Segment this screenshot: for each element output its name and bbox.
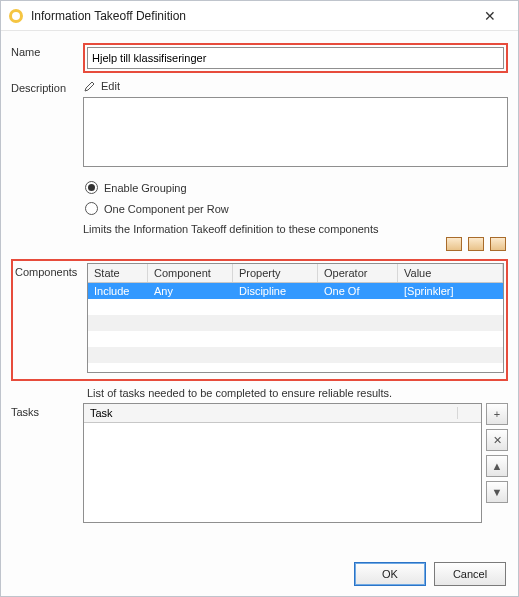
- tasks-table[interactable]: Task: [83, 403, 482, 523]
- table-row: [88, 331, 503, 347]
- components-highlight-frame: Components State Component Property Oper…: [11, 259, 508, 381]
- name-input[interactable]: [87, 47, 504, 69]
- toolbar-icon-1[interactable]: [446, 237, 462, 251]
- ok-label: OK: [382, 568, 398, 580]
- th-operator[interactable]: Operator: [318, 264, 398, 282]
- th-value[interactable]: Value: [398, 264, 503, 282]
- arrow-up-icon: ▲: [492, 460, 503, 472]
- cell-operator: One Of: [318, 283, 398, 299]
- tasks-side-buttons: + ✕ ▲ ▼: [486, 403, 508, 523]
- components-label: Components: [15, 263, 87, 373]
- move-up-button[interactable]: ▲: [486, 455, 508, 477]
- move-down-button[interactable]: ▼: [486, 481, 508, 503]
- dialog-body: Name Description Edit: [1, 31, 518, 537]
- dialog-window: Information Takeoff Definition ✕ Name De…: [0, 0, 519, 597]
- toolbar-icon-3[interactable]: [490, 237, 506, 251]
- tasks-hint: List of tasks needed to be completed to …: [87, 387, 508, 399]
- add-task-button[interactable]: +: [486, 403, 508, 425]
- cell-component: Any: [148, 283, 233, 299]
- x-icon: ✕: [493, 434, 502, 447]
- radio-enable-grouping[interactable]: Enable Grouping: [85, 181, 508, 194]
- components-table[interactable]: State Component Property Operator Value …: [87, 263, 504, 373]
- th-property[interactable]: Property: [233, 264, 318, 282]
- table-row: [88, 299, 503, 315]
- radio-empty-icon: [85, 202, 98, 215]
- arrow-down-icon: ▼: [492, 486, 503, 498]
- table-row: [88, 347, 503, 363]
- cell-value: [Sprinkler]: [398, 283, 503, 299]
- cell-property: Discipline: [233, 283, 318, 299]
- toolbar-icon-2[interactable]: [468, 237, 484, 251]
- edit-link[interactable]: Edit: [83, 79, 508, 93]
- radio-one-per-row[interactable]: One Component per Row: [85, 202, 508, 215]
- tasks-label: Tasks: [11, 403, 83, 418]
- radio-one-label: One Component per Row: [104, 203, 229, 215]
- cancel-label: Cancel: [453, 568, 487, 580]
- th-state[interactable]: State: [88, 264, 148, 282]
- app-icon: [9, 9, 23, 23]
- dialog-footer: OK Cancel: [354, 562, 506, 586]
- edit-label: Edit: [101, 80, 120, 92]
- cell-state: Include: [88, 283, 148, 299]
- tasks-header-row: Task: [84, 404, 481, 423]
- table-header-row: State Component Property Operator Value: [88, 264, 503, 283]
- radio-dot-icon: [85, 181, 98, 194]
- cancel-button[interactable]: Cancel: [434, 562, 506, 586]
- radio-enable-label: Enable Grouping: [104, 182, 187, 194]
- table-row[interactable]: Include Any Discipline One Of [Sprinkler…: [88, 283, 503, 299]
- grouping-options: Enable Grouping One Component per Row: [85, 181, 508, 215]
- close-button[interactable]: ✕: [470, 2, 510, 30]
- name-highlight-frame: [83, 43, 508, 73]
- th-task[interactable]: Task: [90, 407, 457, 419]
- description-box[interactable]: [83, 97, 508, 167]
- description-label: Description: [11, 79, 83, 94]
- remove-task-button[interactable]: ✕: [486, 429, 508, 451]
- plus-icon: +: [494, 408, 500, 420]
- pencil-icon: [83, 79, 97, 93]
- components-hint: Limits the Information Takeoff definitio…: [83, 223, 508, 235]
- components-toolbar: [83, 237, 508, 251]
- table-row: [88, 315, 503, 331]
- th-task-extra: [457, 407, 475, 419]
- window-title: Information Takeoff Definition: [31, 9, 186, 23]
- ok-button[interactable]: OK: [354, 562, 426, 586]
- titlebar: Information Takeoff Definition ✕: [1, 1, 518, 31]
- name-label: Name: [11, 43, 83, 58]
- th-component[interactable]: Component: [148, 264, 233, 282]
